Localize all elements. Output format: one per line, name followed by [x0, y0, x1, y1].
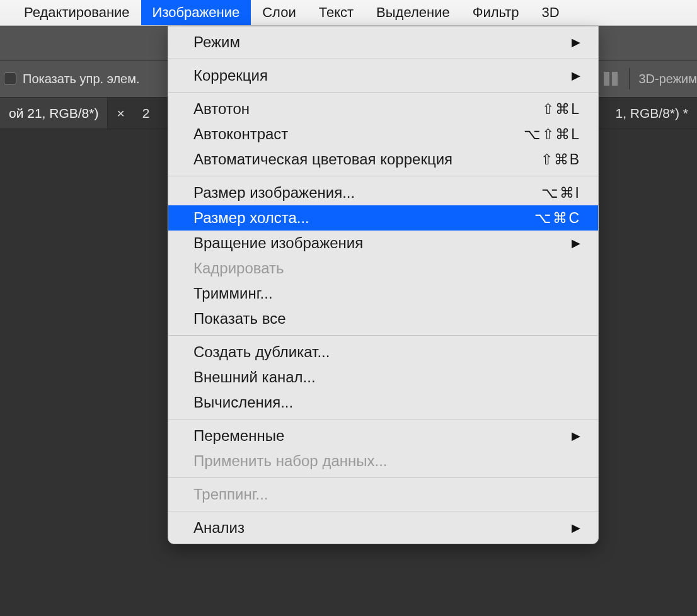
menu-item-apply-image[interactable]: Внешний канал...: [168, 365, 598, 390]
tab-label-fragment-2: 2: [134, 106, 159, 121]
menu-item-auto-tone[interactable]: Автотон ⇧⌘L: [168, 96, 598, 122]
menu-separator: [168, 419, 598, 419]
menu-item-reveal-all[interactable]: Показать все: [168, 306, 598, 331]
align-panels-icon[interactable]: [604, 72, 618, 86]
menu-image-label: Изображение: [153, 4, 240, 21]
menu-item-crop: Кадрировать: [168, 256, 598, 281]
menu-item-image-rotation[interactable]: Вращение изображения ▶: [168, 231, 598, 256]
menu-filter[interactable]: Фильтр: [461, 0, 531, 25]
submenu-arrow-icon: ▶: [572, 429, 580, 443]
menu-item-label: Показать все: [193, 310, 580, 328]
image-menu-dropdown: Режим ▶ Коррекция ▶ Автотон ⇧⌘L Автоконт…: [168, 26, 599, 544]
menu-item-label: Автотон: [193, 100, 542, 118]
menu-item-label: Внешний канал...: [193, 368, 580, 386]
menu-layers-label: Слои: [262, 4, 296, 21]
menu-separator: [168, 477, 598, 478]
menu-item-shortcut: ⇧⌘B: [541, 151, 580, 168]
menu-separator: [168, 59, 598, 59]
menu-layers[interactable]: Слои: [251, 0, 308, 25]
menu-separator: [168, 511, 598, 511]
menu-item-label: Кадрировать: [193, 260, 580, 277]
menu-item-label: Размер холста...: [193, 209, 534, 227]
menu-item-shortcut: ⇧⌘L: [542, 101, 580, 118]
menu-item-label: Анализ: [193, 519, 565, 537]
menu-item-trap: Треппинг...: [168, 482, 598, 507]
menu-item-label: Переменные: [193, 427, 565, 445]
menu-separator: [168, 335, 598, 336]
options-divider: [629, 68, 630, 89]
menu-item-shortcut: ⌥⇧⌘L: [524, 126, 580, 143]
show-transform-controls-label: Показать упр. элем.: [23, 72, 140, 86]
menu-item-auto-color[interactable]: Автоматическая цветовая коррекция ⇧⌘B: [168, 147, 598, 172]
menu-item-variables[interactable]: Переменные ▶: [168, 423, 598, 448]
menu-item-trim[interactable]: Тримминг...: [168, 281, 598, 306]
menu-item-duplicate[interactable]: Создать дубликат...: [168, 339, 598, 365]
menu-item-shortcut: ⌥⌘C: [534, 210, 580, 227]
menu-item-shortcut: ⌥⌘I: [541, 185, 580, 202]
menu-item-label: Вычисления...: [193, 394, 580, 411]
menu-item-label: Применить набор данных...: [193, 452, 580, 470]
menu-item-mode[interactable]: Режим ▶: [168, 30, 598, 55]
menu-separator: [168, 92, 598, 93]
menu-separator: [168, 176, 598, 176]
menu-item-label: Вращение изображения: [193, 234, 565, 252]
menu-edit-label: Редактирование: [24, 4, 130, 21]
menu-select-label: Выделение: [376, 4, 450, 21]
menu-3d[interactable]: 3D: [531, 0, 571, 25]
menu-item-calculations[interactable]: Вычисления...: [168, 390, 598, 415]
menu-item-label: Размер изображения...: [193, 184, 541, 202]
menu-text[interactable]: Текст: [308, 0, 365, 25]
menu-item-label: Создать дубликат...: [193, 343, 580, 361]
menu-item-label: Треппинг...: [193, 486, 580, 503]
menu-item-apply-data-set: Применить набор данных...: [168, 448, 598, 474]
menu-item-image-size[interactable]: Размер изображения... ⌥⌘I: [168, 180, 598, 205]
menu-edit[interactable]: Редактирование: [13, 0, 141, 25]
show-transform-controls-checkbox[interactable]: [4, 72, 16, 85]
menu-item-label: Тримминг...: [193, 285, 580, 302]
menu-item-label: Автоконтраст: [193, 125, 524, 143]
menu-filter-label: Фильтр: [473, 4, 519, 21]
menubar: Редактирование Изображение Слои Текст Вы…: [0, 0, 697, 26]
menu-text-label: Текст: [319, 4, 354, 21]
submenu-arrow-icon: ▶: [572, 35, 580, 49]
tab-close-icon[interactable]: ×: [108, 106, 133, 121]
tab-label-fragment-3: 1, RGB/8*) *: [606, 106, 697, 121]
menu-item-auto-contrast[interactable]: Автоконтраст ⌥⇧⌘L: [168, 122, 598, 147]
mode-3d-label[interactable]: 3D-режим: [638, 72, 697, 86]
document-tab[interactable]: ой 21, RGB/8*): [0, 98, 108, 128]
menu-item-analysis[interactable]: Анализ ▶: [168, 515, 598, 540]
menu-item-canvas-size[interactable]: Размер холста... ⌥⌘C: [168, 205, 598, 231]
tab-label-fragment: ой 21, RGB/8*): [9, 106, 98, 121]
menu-item-label: Автоматическая цветовая коррекция: [193, 151, 541, 168]
submenu-arrow-icon: ▶: [572, 236, 580, 250]
submenu-arrow-icon: ▶: [572, 521, 580, 535]
menu-image[interactable]: Изображение: [141, 0, 251, 25]
menu-item-label: Коррекция: [193, 67, 565, 84]
menu-select[interactable]: Выделение: [365, 0, 461, 25]
menu-3d-label: 3D: [542, 4, 560, 21]
submenu-arrow-icon: ▶: [572, 69, 580, 83]
menu-item-adjustments[interactable]: Коррекция ▶: [168, 63, 598, 88]
menu-item-label: Режим: [193, 33, 565, 51]
